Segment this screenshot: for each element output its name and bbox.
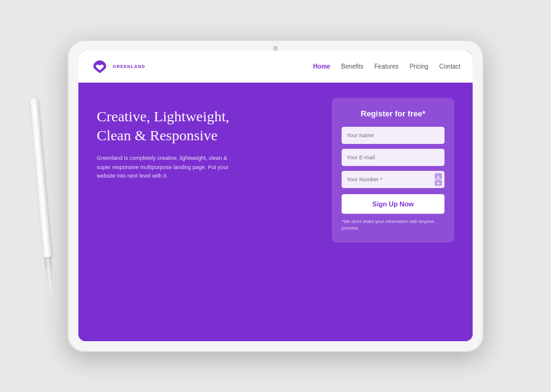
stylus-tip	[49, 289, 52, 294]
signup-button[interactable]: Sign Up Now	[342, 194, 444, 214]
name-input[interactable]	[342, 127, 444, 144]
number-input-wrap: ▲ ▼	[342, 171, 444, 188]
registration-form: Register for free* ▲ ▼ Sign Up Now *We d…	[332, 98, 454, 243]
form-disclaimer: *We don't share your information with an…	[342, 219, 444, 232]
navbar: GREENLAND Home Benefits Features Pricing…	[78, 51, 473, 83]
nav-contact[interactable]: Contact	[440, 63, 460, 70]
stylus-tip-section	[45, 268, 54, 290]
hero-section: Creative, Lightweight,Clean & Responsive…	[78, 83, 473, 341]
nav-benefits[interactable]: Benefits	[341, 63, 363, 70]
nav-pricing[interactable]: Pricing	[410, 63, 429, 70]
tablet-screen: GREENLAND Home Benefits Features Pricing…	[78, 51, 473, 341]
spinner-up[interactable]: ▲	[435, 173, 442, 179]
hero-title: Creative, Lightweight,Clean & Responsive	[97, 107, 332, 145]
form-title: Register for free*	[342, 109, 444, 118]
stylus-body	[30, 98, 51, 257]
stylus-band	[44, 257, 53, 268]
scene: GREENLAND Home Benefits Features Pricing…	[0, 0, 551, 392]
tablet: GREENLAND Home Benefits Features Pricing…	[67, 40, 484, 352]
nav-home[interactable]: Home	[313, 63, 331, 70]
logo-icon	[91, 58, 109, 75]
hero-description: Greenland is completely creative, lightw…	[97, 154, 231, 180]
spinner-buttons: ▲ ▼	[435, 173, 442, 186]
email-input[interactable]	[342, 149, 444, 166]
hero-left: Creative, Lightweight,Clean & Responsive…	[97, 98, 332, 181]
spinner-down[interactable]: ▼	[435, 180, 442, 186]
nav-features[interactable]: Features	[374, 63, 398, 70]
number-input[interactable]	[342, 171, 444, 188]
stylus	[28, 98, 56, 294]
logo-area: GREENLAND	[91, 58, 145, 75]
nav-links: Home Benefits Features Pricing Contact	[313, 63, 460, 70]
logo-text: GREENLAND	[113, 64, 145, 69]
